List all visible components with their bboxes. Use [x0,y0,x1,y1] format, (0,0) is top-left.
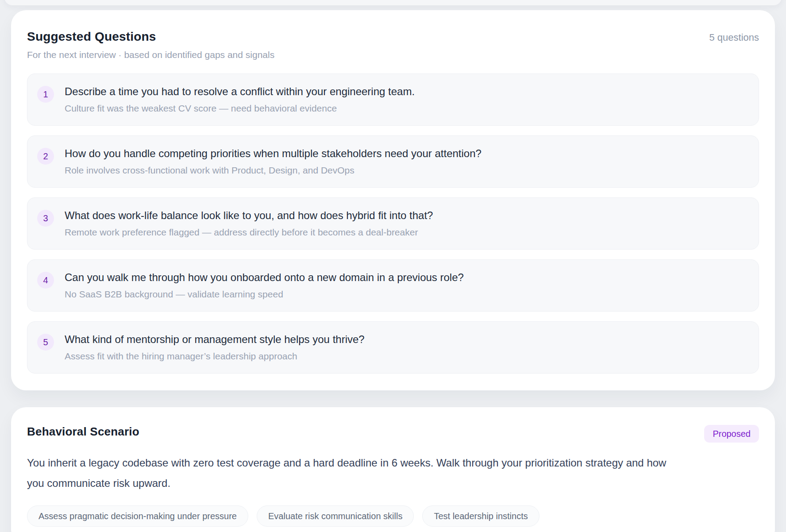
question-rationale: Assess fit with the hiring manager’s lea… [65,351,365,362]
suggested-questions-subtitle: For the next interview · based on identi… [27,50,274,60]
scenario-tag: Evaluate risk communication skills [257,505,414,527]
question-text-group: What kind of mentorship or management st… [65,333,365,362]
question-count-label: 5 questions [709,30,759,43]
question-rationale: Culture fit was the weakest CV score — n… [65,103,415,114]
question-list: 1 Describe a time you had to resolve a c… [27,73,759,374]
question-text-group: Describe a time you had to resolve a con… [65,85,415,114]
question-text: What kind of mentorship or management st… [65,333,365,346]
question-number-badge: 2 [37,148,54,165]
scenario-tag-list: Assess pragmatic decision-making under p… [27,505,759,527]
question-text: Describe a time you had to resolve a con… [65,85,415,98]
question-rationale: Role involves cross-functional work with… [65,165,482,176]
previous-card-edge [4,0,782,5]
question-rationale: Remote work preference flagged — address… [65,227,433,238]
question-number-badge: 3 [37,210,54,227]
question-list-item[interactable]: 3 What does work-life balance look like … [27,197,759,250]
suggested-questions-card: Suggested Questions For the next intervi… [11,10,775,390]
question-text-group: Can you walk me through how you onboarde… [65,271,464,300]
behavioral-scenario-header: Behavioral Scenario Proposed [27,425,759,443]
question-text: Can you walk me through how you onboarde… [65,271,464,284]
question-text-group: What does work-life balance look like to… [65,209,433,238]
suggested-questions-heading-group: Suggested Questions For the next intervi… [27,30,274,60]
behavioral-scenario-title: Behavioral Scenario [27,425,139,439]
question-number-badge: 1 [37,86,54,103]
suggested-questions-header: Suggested Questions For the next intervi… [27,30,759,60]
question-rationale: No SaaS B2B background — validate learni… [65,289,464,300]
suggested-questions-title: Suggested Questions [27,30,274,44]
question-text: How do you handle competing priorities w… [65,147,482,160]
scenario-description: You inherit a legacy codebase with zero … [27,453,675,493]
question-number-badge: 4 [37,272,54,289]
question-text-group: How do you handle competing priorities w… [65,147,482,176]
behavioral-scenario-card: Behavioral Scenario Proposed You inherit… [11,407,775,532]
question-text: What does work-life balance look like to… [65,209,433,222]
question-list-item[interactable]: 4 Can you walk me through how you onboar… [27,259,759,312]
status-badge: Proposed [704,425,759,443]
question-list-item[interactable]: 5 What kind of mentorship or management … [27,321,759,374]
question-list-item[interactable]: 2 How do you handle competing priorities… [27,135,759,188]
question-number-badge: 5 [37,334,54,351]
question-list-item[interactable]: 1 Describe a time you had to resolve a c… [27,73,759,126]
scenario-tag: Assess pragmatic decision-making under p… [27,505,248,527]
scenario-tag: Test leadership instincts [422,505,539,527]
